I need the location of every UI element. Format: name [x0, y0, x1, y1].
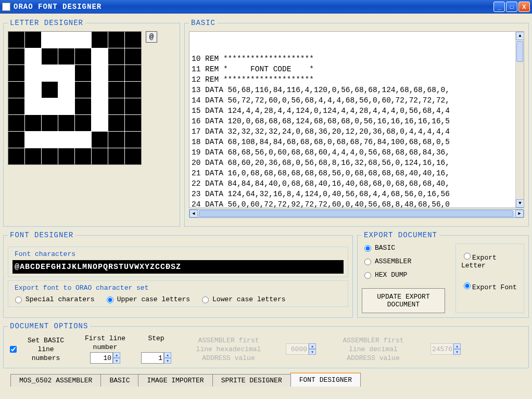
- pixel-cell[interactable]: [92, 82, 108, 98]
- pixel-cell[interactable]: [8, 65, 24, 81]
- pixel-cell[interactable]: [75, 48, 91, 65]
- pixel-cell[interactable]: [108, 48, 124, 65]
- pixel-cell[interactable]: [58, 32, 74, 48]
- radio-upper-case[interactable]: Upper case letters: [104, 295, 190, 303]
- pixel-cell[interactable]: [92, 98, 108, 114]
- first-line-spinner[interactable]: ▲▼: [113, 352, 120, 364]
- pixel-cell[interactable]: [8, 98, 24, 114]
- hscroll-thumb[interactable]: [199, 210, 513, 217]
- pixel-cell[interactable]: [125, 148, 141, 164]
- vertical-scrollbar[interactable]: ▲ ▼: [515, 32, 524, 208]
- pixel-cell[interactable]: [42, 82, 58, 98]
- pixel-cell[interactable]: [8, 82, 24, 98]
- pixel-cell[interactable]: [108, 115, 124, 131]
- pixel-cell[interactable]: [108, 148, 124, 164]
- close-button[interactable]: X: [518, 2, 530, 12]
- pixel-cell[interactable]: [42, 115, 58, 131]
- pixel-cell[interactable]: [42, 32, 58, 48]
- pixel-cell[interactable]: [25, 32, 41, 48]
- asm-dec-label: ASSEMBLER first: [343, 337, 404, 344]
- pixel-cell[interactable]: [75, 82, 91, 98]
- pixel-cell[interactable]: [8, 115, 24, 131]
- radio-export-letter[interactable]: Export Letter: [461, 251, 518, 269]
- pixel-grid[interactable]: [8, 31, 142, 165]
- pixel-cell[interactable]: [108, 32, 124, 48]
- pixel-cell[interactable]: [8, 48, 24, 65]
- pixel-cell[interactable]: [125, 115, 141, 131]
- pixel-cell[interactable]: [58, 132, 74, 148]
- pixel-cell[interactable]: [92, 148, 108, 164]
- set-basic-checkbox[interactable]: [10, 346, 17, 353]
- pixel-cell[interactable]: [125, 98, 141, 114]
- pixel-cell[interactable]: [58, 65, 74, 81]
- pixel-cell[interactable]: [42, 65, 58, 81]
- scroll-down-icon[interactable]: ▼: [516, 199, 524, 208]
- pixel-cell[interactable]: [8, 132, 24, 148]
- pixel-cell[interactable]: [108, 98, 124, 114]
- pixel-cell[interactable]: [92, 65, 108, 81]
- pixel-cell[interactable]: [42, 132, 58, 148]
- step-input[interactable]: [141, 352, 164, 364]
- tab-image-importer[interactable]: IMAGE IMPORTER: [138, 374, 212, 387]
- pixel-cell[interactable]: [75, 98, 91, 114]
- vscroll-thumb[interactable]: [516, 41, 523, 62]
- pixel-cell[interactable]: [75, 32, 91, 48]
- pixel-cell[interactable]: [25, 115, 41, 131]
- pixel-cell[interactable]: [25, 132, 41, 148]
- basic-code-area[interactable]: 10 REM ******************** 11 REM * FON…: [189, 31, 524, 208]
- pixel-cell[interactable]: [25, 98, 41, 114]
- pixel-cell[interactable]: [8, 148, 24, 164]
- pixel-cell[interactable]: [42, 98, 58, 114]
- pixel-cell[interactable]: [58, 148, 74, 164]
- first-line-input[interactable]: [90, 352, 113, 364]
- pixel-cell[interactable]: [25, 65, 41, 81]
- scroll-left-icon[interactable]: ◄: [189, 210, 198, 217]
- pixel-cell[interactable]: [75, 132, 91, 148]
- pixel-cell[interactable]: [25, 82, 41, 98]
- tab-mos-6502-assembler[interactable]: MOS_6502 ASSEMBLER: [10, 374, 101, 387]
- radio-export-basic[interactable]: BASIC: [362, 243, 445, 252]
- pixel-cell[interactable]: [125, 32, 141, 48]
- asm-hex-spinner: ▲▼: [309, 343, 316, 355]
- tab-basic[interactable]: BASIC: [100, 374, 138, 387]
- maximize-button[interactable]: □: [506, 2, 517, 12]
- pixel-cell[interactable]: [75, 65, 91, 81]
- radio-export-hexdump[interactable]: HEX DUMP: [362, 271, 445, 279]
- update-export-button[interactable]: UPDATE EXPORT DOCUMENT: [362, 288, 445, 313]
- tab-sprite-designer[interactable]: SPRITE DESIGNER: [212, 374, 291, 387]
- pixel-cell[interactable]: [125, 48, 141, 65]
- pixel-cell[interactable]: [58, 48, 74, 65]
- pixel-cell[interactable]: [108, 65, 124, 81]
- pixel-cell[interactable]: [58, 82, 74, 98]
- pixel-cell[interactable]: [125, 82, 141, 98]
- radio-export-assembler[interactable]: ASSEMBLER: [362, 257, 445, 265]
- pixel-cell[interactable]: [125, 65, 141, 81]
- scroll-right-icon[interactable]: ►: [515, 210, 524, 217]
- pixel-cell[interactable]: [92, 48, 108, 65]
- minimize-button[interactable]: _: [493, 2, 505, 12]
- pixel-cell[interactable]: [58, 115, 74, 131]
- radio-lower-case[interactable]: Lower case letters: [199, 295, 285, 303]
- pixel-cell[interactable]: [92, 132, 108, 148]
- horizontal-scrollbar[interactable]: ◄ ►: [189, 209, 524, 218]
- pixel-cell[interactable]: [42, 48, 58, 65]
- pixel-cell[interactable]: [8, 32, 24, 48]
- pixel-cell[interactable]: [125, 132, 141, 148]
- pixel-cell[interactable]: [108, 82, 124, 98]
- radio-special-chars[interactable]: Special charaters: [12, 295, 95, 303]
- pixel-cell[interactable]: [58, 98, 74, 114]
- pixel-cell[interactable]: [108, 132, 124, 148]
- pixel-cell[interactable]: [25, 48, 41, 65]
- pixel-cell[interactable]: [92, 32, 108, 48]
- pixel-cell[interactable]: [42, 148, 58, 164]
- basic-code-group: BASIC 10 REM ******************** 11 REM…: [184, 19, 529, 227]
- tab-font-designer[interactable]: FONT DESIGNER: [290, 372, 361, 387]
- pixel-cell[interactable]: [75, 115, 91, 131]
- font-chars-strip[interactable]: @ABCDEFGHIJKLMNOPQRSTUVWXYZCCĐSZ: [12, 260, 344, 274]
- pixel-cell[interactable]: [25, 148, 41, 164]
- scroll-up-icon[interactable]: ▲: [516, 32, 524, 40]
- step-spinner[interactable]: ▲▼: [164, 352, 171, 364]
- pixel-cell[interactable]: [92, 115, 108, 131]
- radio-export-font[interactable]: Export Font: [461, 281, 518, 291]
- pixel-cell[interactable]: [75, 148, 91, 164]
